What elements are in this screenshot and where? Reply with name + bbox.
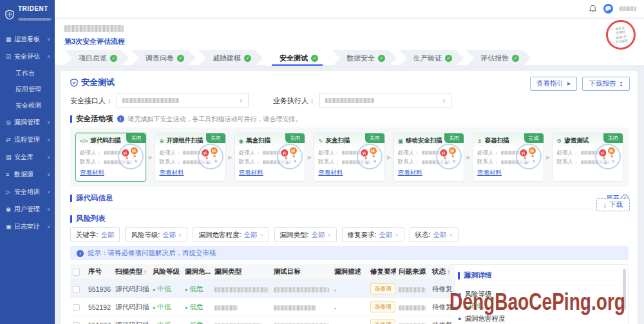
handler-label: 处理人： <box>557 148 579 157</box>
source-info-title: 源代码信息 <box>76 193 113 203</box>
activity-card[interactable]: 完成 ⚓ 容器扫描 处理人： 联系人： 查看材料 H M <box>473 133 544 182</box>
step[interactable]: 安全测试 ✓ <box>265 50 330 66</box>
filter-dropdown[interactable]: 修复要求: 全部 ∨ <box>342 227 404 242</box>
column-header[interactable]: 测试目标▲▼ <box>271 264 332 280</box>
column-header[interactable]: 序号▲▼ <box>86 264 113 280</box>
step[interactable]: 评估报告 ✓ <box>466 50 531 66</box>
cell-severity: ●低危 <box>182 298 212 316</box>
activity-card[interactable]: 关闭 </> 源代码扫描 处理人： 联系人： 查看材料 H M <box>75 133 146 182</box>
arrow-right-icon: ▶ <box>464 133 473 182</box>
project-title-blur <box>64 25 124 32</box>
count-2: 0 <box>365 160 368 166</box>
cell-id: 552192 <box>86 298 113 316</box>
view-materials-link[interactable]: 查看材料 <box>80 167 104 178</box>
view-materials-link[interactable]: 查看材料 <box>239 167 263 178</box>
row-checkbox[interactable] <box>70 316 86 324</box>
sidebar-item[interactable]: ◎ 漏洞管理 ∨ <box>0 113 55 131</box>
interface-person-select[interactable]: ∨ <box>117 93 249 108</box>
activity-card[interactable]: 关闭 ▣ 移动安全扫描 处理人： 联系人： 查看材料 H M <box>393 133 464 182</box>
count-2: 0 <box>135 158 138 164</box>
title-bar <box>70 215 72 223</box>
activity-card[interactable]: 关闭 ⊕ 开源组件扫描 处理人： 联系人： 查看材料 H M <box>155 133 225 182</box>
row-checkbox[interactable] <box>70 280 86 298</box>
download-icon: ↓ <box>603 201 607 209</box>
row-checkbox[interactable] <box>70 298 86 316</box>
step[interactable]: 调查问卷 ✓ <box>131 50 196 66</box>
column-header[interactable]: 漏洞类型▲▼ <box>212 264 271 280</box>
sidebar-item[interactable]: 应用管理 <box>0 81 55 97</box>
download-button[interactable]: ↓ 下载 <box>596 198 630 211</box>
filter-dropdown[interactable]: 关键字: 全部 ∨ <box>70 227 120 242</box>
brand[interactable]: TRIDENT <box>0 0 55 30</box>
cell-test-target <box>271 298 332 316</box>
step-label: 评估报告 <box>480 53 509 63</box>
filter-label: 风险等级: <box>131 231 160 240</box>
shield-icon <box>70 79 78 87</box>
contact-label: 联系人： <box>80 157 102 166</box>
column-header[interactable]: 漏洞危...▲▼ <box>182 264 212 280</box>
interface-person-value-blur <box>122 98 179 103</box>
page-header: 第3次安全评估流程 项目总览 ✓ 调查问卷 ✓ 威胁建模 ✓ <box>55 19 644 65</box>
column-header[interactable]: 扫描类型▲▼ <box>113 264 150 280</box>
step[interactable]: 威胁建模 ✓ <box>198 50 263 66</box>
sidebar-item[interactable]: ☑ 安全评估 ∧ <box>0 48 55 65</box>
view-materials-link[interactable]: 查看材料 <box>318 167 343 178</box>
sidebar-item[interactable]: 安全检测 <box>0 97 55 113</box>
filter-dropdown[interactable]: 漏洞类型: 全部 ∨ <box>274 227 337 242</box>
user-avatar[interactable] <box>603 4 613 14</box>
sidebar-item-icon: ▣ <box>6 224 14 230</box>
column-header[interactable]: 修复要求▲▼ <box>368 264 396 280</box>
view-materials-link[interactable]: 查看材料 <box>477 167 502 178</box>
activity-card[interactable]: 关闭 ◉ 黑盒扫描 处理人： 联系人： 查看材料 H M <box>234 133 305 182</box>
count-2: 0 <box>524 160 527 166</box>
activities-tip: 请完成如下安全活动，各工具扫描活动可并行，请合理安排。 <box>128 115 302 124</box>
table-row[interactable]: 551937 源代码扫描 ●中低 ●低危 - 选修项 待修复 <box>70 316 455 324</box>
executor-select[interactable]: ∨ <box>319 93 451 108</box>
view-materials-link[interactable]: 查看材料 <box>159 167 184 178</box>
column-header[interactable]: 问题来源▲▼ <box>396 264 430 280</box>
scrollbar-thumb[interactable] <box>623 269 626 310</box>
step[interactable]: 生产验证 ✓ <box>399 50 464 66</box>
column-header[interactable]: 风险等级▲▼ <box>150 264 182 280</box>
title-bar <box>458 272 460 280</box>
contact-label: 联系人： <box>239 157 261 166</box>
table-row[interactable]: 551936 源代码扫描 ●中低 ●低危 - 选修项 待修复 <box>70 280 455 298</box>
filter-bar: 关键字: 全部 ∨ 风险等级: 全部 ∨ 漏洞危害程度: 全部 ∨ 漏 <box>70 227 629 242</box>
count-2: 0 <box>604 160 607 166</box>
cell-vuln-type <box>212 298 271 316</box>
filter-dropdown[interactable]: 状态: 全部 ∨ <box>410 227 459 242</box>
caret-down-icon: ∨ <box>395 233 398 238</box>
chevron-icon: ∨ <box>47 137 50 142</box>
sidebar-item[interactable]: ▣ 日志审计 ∨ <box>0 218 55 235</box>
sidebar-item[interactable]: ▤ 安全库 ∨ <box>0 148 55 166</box>
activity-card[interactable]: 关闭 ✎ 灰盒扫描 处理人： 联系人： 查看材料 H M <box>314 133 384 182</box>
filter-dropdown[interactable]: 漏洞危害程度: 全部 ∨ <box>193 227 269 242</box>
sidebar-item[interactable]: ◉ 用户管理 ∨ <box>0 200 55 218</box>
sort-icon[interactable]: ▲▼ <box>181 269 182 274</box>
sidebar-item[interactable]: ▦ 运营看板 ∨ <box>0 30 55 48</box>
cell-vuln-desc: - <box>332 316 368 324</box>
sidebar-item[interactable]: 工作台 <box>0 65 55 81</box>
filter-dropdown[interactable]: 风险等级: 全部 ∨ <box>125 227 187 242</box>
sidebar-item[interactable]: ▷ 安全培训 ∨ <box>0 183 55 200</box>
sidebar-item[interactable]: ⇄ 流程管理 ∨ <box>0 131 55 148</box>
bell-icon[interactable] <box>589 5 597 13</box>
filter-label: 关键字: <box>76 231 98 240</box>
column-header[interactable]: 漏洞描述▲▼ <box>332 264 368 280</box>
view-materials-link[interactable]: 查看材料 <box>398 167 422 178</box>
sidebar-item-icon: ▷ <box>6 189 14 195</box>
caret-down-icon: ∨ <box>260 233 263 238</box>
step[interactable]: 项目总览 ✓ <box>64 50 129 66</box>
step[interactable]: 数据安全 ✓ <box>332 50 397 66</box>
sort-icon[interactable]: ▲▼ <box>144 269 147 274</box>
send-icon: ➤ <box>566 81 571 87</box>
handler-label: 处理人： <box>398 148 420 157</box>
select-all-checkbox[interactable] <box>70 264 86 280</box>
activity-card[interactable]: 关闭 ⚙ 渗透测试 处理人： 联系人： 查看材料 H M <box>553 133 623 182</box>
view-guide-button[interactable]: 查看指引➤ <box>530 77 578 91</box>
username-blur[interactable] <box>620 6 636 11</box>
download-report-button[interactable]: 下载报告↥ <box>582 77 630 91</box>
check-icon: ✓ <box>177 55 184 62</box>
table-row[interactable]: 552192 源代码扫描 ●中低 ●低危 - 选修项 待修复 <box>70 298 455 316</box>
sidebar-item[interactable]: ≡ 数据源 ∨ <box>0 166 55 183</box>
